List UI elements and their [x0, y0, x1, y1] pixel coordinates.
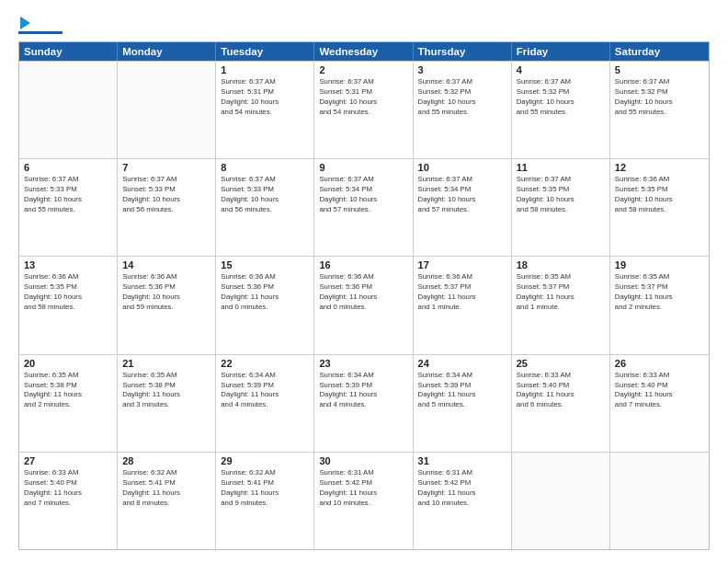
- cell-detail: Sunrise: 6:33 AM Sunset: 5:40 PM Dayligh…: [24, 468, 112, 509]
- cell-detail: Sunrise: 6:36 AM Sunset: 5:36 PM Dayligh…: [221, 272, 309, 313]
- cell-day-number: 12: [615, 162, 704, 173]
- cell-detail: Sunrise: 6:36 AM Sunset: 5:35 PM Dayligh…: [24, 272, 112, 313]
- cell-detail: Sunrise: 6:37 AM Sunset: 5:32 PM Dayligh…: [615, 77, 704, 118]
- calendar-cell: 16Sunrise: 6:36 AM Sunset: 5:36 PM Dayli…: [314, 257, 413, 353]
- cell-day-number: 10: [418, 162, 506, 173]
- cell-day-number: 9: [319, 162, 407, 173]
- page: SundayMondayTuesdayWednesdayThursdayFrid…: [0, 0, 728, 563]
- calendar-cell: 4Sunrise: 6:37 AM Sunset: 5:32 PM Daylig…: [512, 62, 610, 158]
- cal-header-day: Thursday: [414, 42, 512, 61]
- cell-day-number: 19: [615, 259, 704, 270]
- calendar-cell: 29Sunrise: 6:32 AM Sunset: 5:41 PM Dayli…: [216, 453, 314, 549]
- cell-day-number: 25: [517, 358, 605, 369]
- calendar-cell: 25Sunrise: 6:33 AM Sunset: 5:40 PM Dayli…: [512, 355, 610, 452]
- calendar-header: SundayMondayTuesdayWednesdayThursdayFrid…: [19, 42, 709, 61]
- calendar-cell: 9Sunrise: 6:37 AM Sunset: 5:34 PM Daylig…: [314, 159, 413, 256]
- cell-detail: Sunrise: 6:33 AM Sunset: 5:40 PM Dayligh…: [517, 371, 605, 411]
- cell-day-number: 31: [418, 455, 506, 466]
- calendar-cell: 14Sunrise: 6:36 AM Sunset: 5:36 PM Dayli…: [118, 257, 216, 353]
- calendar-cell: 18Sunrise: 6:35 AM Sunset: 5:37 PM Dayli…: [512, 257, 610, 353]
- cell-day-number: 22: [221, 358, 309, 369]
- calendar-cell: 2Sunrise: 6:37 AM Sunset: 5:31 PM Daylig…: [314, 62, 413, 158]
- cell-day-number: 2: [319, 64, 407, 75]
- cell-day-number: 30: [319, 455, 407, 466]
- cal-header-day: Friday: [512, 42, 610, 61]
- calendar-cell: 15Sunrise: 6:36 AM Sunset: 5:36 PM Dayli…: [216, 257, 314, 353]
- calendar-cell: [118, 62, 216, 158]
- calendar-cell: 17Sunrise: 6:36 AM Sunset: 5:37 PM Dayli…: [414, 257, 512, 353]
- cell-day-number: 20: [24, 358, 112, 369]
- cell-day-number: 23: [319, 358, 407, 369]
- cell-day-number: 6: [24, 162, 112, 173]
- cell-day-number: 3: [418, 64, 506, 75]
- calendar-cell: 1Sunrise: 6:37 AM Sunset: 5:31 PM Daylig…: [216, 62, 314, 158]
- cell-detail: Sunrise: 6:37 AM Sunset: 5:31 PM Dayligh…: [319, 77, 407, 118]
- calendar-cell: 23Sunrise: 6:34 AM Sunset: 5:39 PM Dayli…: [314, 355, 413, 452]
- calendar-cell: 11Sunrise: 6:37 AM Sunset: 5:35 PM Dayli…: [512, 159, 610, 256]
- calendar-week-2: 6Sunrise: 6:37 AM Sunset: 5:33 PM Daylig…: [19, 158, 709, 256]
- cell-detail: Sunrise: 6:34 AM Sunset: 5:39 PM Dayligh…: [418, 371, 506, 411]
- cell-day-number: 28: [122, 455, 210, 466]
- cell-detail: Sunrise: 6:35 AM Sunset: 5:38 PM Dayligh…: [122, 371, 210, 411]
- cell-detail: Sunrise: 6:32 AM Sunset: 5:41 PM Dayligh…: [122, 468, 210, 509]
- cell-detail: Sunrise: 6:35 AM Sunset: 5:37 PM Dayligh…: [517, 272, 605, 313]
- calendar-cell: 3Sunrise: 6:37 AM Sunset: 5:32 PM Daylig…: [414, 62, 512, 158]
- cell-detail: Sunrise: 6:31 AM Sunset: 5:42 PM Dayligh…: [319, 468, 407, 509]
- cal-header-day: Sunday: [19, 42, 118, 61]
- cell-day-number: 11: [517, 162, 605, 173]
- logo-arrow-icon: [20, 17, 30, 29]
- calendar-cell: 8Sunrise: 6:37 AM Sunset: 5:33 PM Daylig…: [216, 159, 314, 256]
- cell-detail: Sunrise: 6:36 AM Sunset: 5:36 PM Dayligh…: [319, 272, 407, 313]
- calendar-cell: [610, 453, 709, 549]
- calendar-week-3: 13Sunrise: 6:36 AM Sunset: 5:35 PM Dayli…: [19, 256, 709, 353]
- calendar-cell: 24Sunrise: 6:34 AM Sunset: 5:39 PM Dayli…: [414, 355, 512, 452]
- cell-detail: Sunrise: 6:31 AM Sunset: 5:42 PM Dayligh…: [418, 468, 506, 509]
- cell-detail: Sunrise: 6:37 AM Sunset: 5:33 PM Dayligh…: [221, 175, 309, 215]
- cal-header-day: Saturday: [610, 42, 709, 61]
- cell-detail: Sunrise: 6:35 AM Sunset: 5:37 PM Dayligh…: [615, 272, 704, 313]
- cell-detail: Sunrise: 6:35 AM Sunset: 5:38 PM Dayligh…: [24, 371, 112, 411]
- cell-day-number: 8: [221, 162, 309, 173]
- cell-day-number: 15: [221, 259, 309, 270]
- calendar-cell: 22Sunrise: 6:34 AM Sunset: 5:39 PM Dayli…: [216, 355, 314, 452]
- calendar-cell: 19Sunrise: 6:35 AM Sunset: 5:37 PM Dayli…: [610, 257, 709, 353]
- calendar-cell: 13Sunrise: 6:36 AM Sunset: 5:35 PM Dayli…: [19, 257, 118, 353]
- cal-header-day: Tuesday: [216, 42, 314, 61]
- cell-detail: Sunrise: 6:36 AM Sunset: 5:37 PM Dayligh…: [418, 272, 506, 313]
- cell-day-number: 17: [418, 259, 506, 270]
- cell-detail: Sunrise: 6:32 AM Sunset: 5:41 PM Dayligh…: [221, 468, 309, 509]
- cell-day-number: 29: [221, 455, 309, 466]
- cell-day-number: 21: [122, 358, 210, 369]
- cell-day-number: 16: [319, 259, 407, 270]
- cell-detail: Sunrise: 6:33 AM Sunset: 5:40 PM Dayligh…: [615, 371, 704, 411]
- calendar-cell: 28Sunrise: 6:32 AM Sunset: 5:41 PM Dayli…: [118, 453, 216, 549]
- calendar-cell: 27Sunrise: 6:33 AM Sunset: 5:40 PM Dayli…: [19, 453, 118, 549]
- cell-detail: Sunrise: 6:34 AM Sunset: 5:39 PM Dayligh…: [221, 371, 309, 411]
- cell-detail: Sunrise: 6:36 AM Sunset: 5:35 PM Dayligh…: [615, 175, 704, 215]
- cell-day-number: 14: [122, 259, 210, 270]
- cell-detail: Sunrise: 6:37 AM Sunset: 5:32 PM Dayligh…: [418, 77, 506, 118]
- cal-header-day: Monday: [118, 42, 216, 61]
- cell-day-number: 4: [517, 64, 605, 75]
- calendar-cell: 31Sunrise: 6:31 AM Sunset: 5:42 PM Dayli…: [414, 453, 512, 549]
- calendar-cell: [19, 62, 118, 158]
- calendar-cell: [512, 453, 610, 549]
- calendar-cell: 6Sunrise: 6:37 AM Sunset: 5:33 PM Daylig…: [19, 159, 118, 256]
- cell-detail: Sunrise: 6:37 AM Sunset: 5:33 PM Dayligh…: [24, 175, 112, 215]
- logo: [18, 17, 63, 34]
- cell-detail: Sunrise: 6:37 AM Sunset: 5:34 PM Dayligh…: [319, 175, 407, 215]
- cell-day-number: 18: [517, 259, 605, 270]
- cal-header-day: Wednesday: [314, 42, 413, 61]
- calendar-cell: 5Sunrise: 6:37 AM Sunset: 5:32 PM Daylig…: [610, 62, 709, 158]
- calendar-cell: 7Sunrise: 6:37 AM Sunset: 5:33 PM Daylig…: [118, 159, 216, 256]
- cell-detail: Sunrise: 6:37 AM Sunset: 5:32 PM Dayligh…: [517, 77, 605, 118]
- calendar-cell: 26Sunrise: 6:33 AM Sunset: 5:40 PM Dayli…: [610, 355, 709, 452]
- calendar-body: 1Sunrise: 6:37 AM Sunset: 5:31 PM Daylig…: [19, 61, 709, 549]
- cell-day-number: 26: [615, 358, 704, 369]
- calendar-cell: 30Sunrise: 6:31 AM Sunset: 5:42 PM Dayli…: [314, 453, 413, 549]
- calendar-week-1: 1Sunrise: 6:37 AM Sunset: 5:31 PM Daylig…: [19, 61, 709, 158]
- calendar-cell: 12Sunrise: 6:36 AM Sunset: 5:35 PM Dayli…: [610, 159, 709, 256]
- cell-day-number: 1: [221, 64, 309, 75]
- cell-detail: Sunrise: 6:37 AM Sunset: 5:33 PM Dayligh…: [122, 175, 210, 215]
- calendar-week-4: 20Sunrise: 6:35 AM Sunset: 5:38 PM Dayli…: [19, 354, 709, 452]
